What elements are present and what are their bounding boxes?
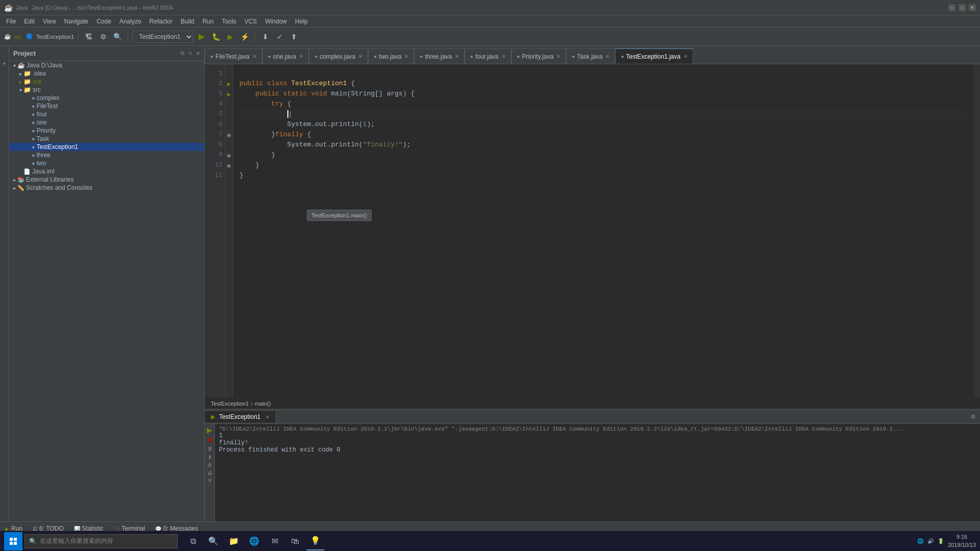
side-tab-favorites[interactable]: ★ (1, 48, 8, 79)
sidebar-collapse-icon[interactable]: ≡ (189, 51, 192, 56)
menu-window[interactable]: Window (261, 17, 291, 26)
maximize-button[interactable]: □ (959, 4, 966, 11)
tree-item-java-root[interactable]: ☕ Java D:\Java (9, 61, 204, 69)
close-button[interactable]: ✕ (969, 4, 976, 11)
tab-task-close[interactable]: ✕ (605, 54, 609, 59)
tab-testexception1[interactable]: ● TestException1.java ✕ (615, 48, 693, 64)
taskbar-icon-explorer[interactable]: ⧉ (184, 532, 202, 550)
profile-button[interactable]: ⚡ (238, 31, 251, 43)
tab-priority-close[interactable]: ✕ (556, 54, 560, 59)
run-panel-settings-icon[interactable]: ⚙ (970, 413, 976, 420)
sidebar-title: Project (13, 49, 36, 57)
search-button[interactable]: 🔍 (111, 31, 124, 43)
vcs-push-button[interactable]: ⬆ (288, 31, 300, 43)
menu-vcs[interactable]: VCS (240, 17, 261, 26)
start-button[interactable] (4, 532, 22, 550)
menu-help[interactable]: Help (291, 17, 312, 26)
tree-item-two[interactable]: ● two (9, 159, 204, 167)
menu-file[interactable]: File (2, 17, 20, 26)
menu-refactor[interactable]: Refactor (145, 17, 177, 26)
menu-build[interactable]: Build (177, 17, 199, 26)
tray-volume-icon[interactable]: 🔊 (927, 538, 934, 544)
tab-complex-close[interactable]: ✕ (358, 54, 362, 59)
tray-network-icon[interactable]: 🌐 (917, 538, 923, 544)
taskbar-search[interactable]: 🔍 在这里输入你要搜索的内容 (24, 534, 178, 548)
taskbar-icon-store[interactable]: 🛍 (286, 532, 304, 550)
tab-two[interactable]: ● two.java ✕ (368, 48, 414, 64)
debug-button[interactable]: 🐛 (210, 31, 222, 43)
run-filter-button[interactable]: ⚙ (207, 462, 212, 468)
run-resume-button[interactable]: ⏸ (207, 445, 213, 453)
breakpoint-indicator-line9[interactable]: ◉ (225, 150, 233, 160)
editor-content[interactable]: 1 2 3 4 5 6 7 8 9 10 11 ▶ ▶ ◉ (205, 64, 980, 398)
tab-three-close[interactable]: ✕ (455, 54, 459, 59)
menu-view[interactable]: View (39, 17, 60, 26)
run-indicator-line3[interactable]: ▶ (225, 89, 233, 99)
vcs-commit-button[interactable]: ✓ (274, 31, 286, 43)
tab-three[interactable]: ● three.java ✕ (414, 48, 464, 64)
run-button[interactable]: ▶ (195, 31, 208, 43)
tree-item-complex[interactable]: ● complex (9, 94, 204, 102)
menu-edit[interactable]: Edit (20, 17, 39, 26)
run-close-button[interactable]: ✕ (208, 478, 212, 483)
tree-item-testexception1[interactable]: ● TestException1 (9, 143, 204, 151)
tab-two-close[interactable]: ✕ (404, 54, 408, 59)
tray-battery-icon[interactable]: 🔋 (938, 538, 944, 544)
run-tab-close[interactable]: ✕ (265, 414, 270, 420)
breakpoint-indicator-line7[interactable]: ◉ (225, 130, 233, 140)
tree-item-scratches[interactable]: ✏️ Scratches and Consoles (9, 184, 204, 192)
tree-item-out[interactable]: 📁 out (9, 78, 204, 86)
run-tab-testexception1[interactable]: ▶ TestException1 ✕ (205, 411, 276, 422)
window-controls[interactable]: ─ □ ✕ (948, 4, 976, 11)
settings-button[interactable]: ⚙ (97, 31, 109, 43)
menu-code[interactable]: Code (92, 17, 115, 26)
run-print-button[interactable]: 🖨 (207, 470, 212, 475)
run-config-dropdown[interactable]: TestException1 (132, 31, 193, 43)
tree-item-src[interactable]: 📁 src (9, 86, 204, 94)
tab-filetest[interactable]: ● FileTest.java ✕ (205, 48, 262, 64)
tab-four[interactable]: ● four.java ✕ (464, 48, 511, 64)
run-output: "D:\IDEA2\IntelliJ IDEA Community Editio… (215, 424, 980, 521)
run-indicator-line2[interactable]: ▶ (225, 79, 233, 89)
sidebar-close-icon[interactable]: ✕ (196, 51, 200, 56)
menu-navigate[interactable]: Navigate (60, 17, 92, 26)
tree-item-javaiml[interactable]: 📄 Java.iml (9, 167, 204, 176)
tab-filetest-close[interactable]: ✕ (253, 54, 257, 59)
breakpoint-indicator-line10[interactable]: ◉ (225, 160, 233, 170)
vcs-update-button[interactable]: ⬇ (259, 31, 272, 43)
taskbar-icon-mail[interactable]: ✉ (265, 532, 284, 550)
menu-run[interactable]: Run (199, 17, 218, 26)
taskbar-icon-intellij[interactable]: 💡 (306, 532, 325, 550)
tab-priority[interactable]: ● Priority.java ✕ (511, 48, 567, 64)
tab-one[interactable]: ● one.java ✕ (262, 48, 309, 64)
tree-item-task[interactable]: ● Task (9, 135, 204, 143)
run-rerun-button[interactable]: ▶ (207, 426, 212, 434)
tab-one-close[interactable]: ✕ (299, 54, 303, 59)
taskbar-icon-search[interactable]: 🔍 (204, 532, 223, 550)
tree-item-idea[interactable]: 📁 .idea (9, 69, 204, 78)
run-stop-button[interactable]: ■ (208, 436, 211, 443)
project-structure-button[interactable]: 🏗 (83, 31, 95, 43)
tree-item-ext-libs[interactable]: 📚 External Libraries (9, 176, 204, 184)
taskbar-icon-file-manager[interactable]: 📁 (225, 532, 243, 550)
breadcrumb-method[interactable]: main() (255, 400, 271, 407)
tab-task[interactable]: ● Task.java ✕ (566, 48, 615, 64)
taskbar-icon-ie[interactable]: 🌐 (245, 532, 263, 550)
tab-complex[interactable]: ● complex.java ✕ (309, 48, 368, 64)
menu-analyze[interactable]: Analyze (115, 17, 145, 26)
breadcrumb-class[interactable]: TestException1 (211, 400, 249, 407)
tree-item-three[interactable]: ● three (9, 151, 204, 159)
sidebar-settings-icon[interactable]: ⚙ (180, 51, 185, 56)
minimize-button[interactable]: ─ (948, 4, 955, 11)
testexception1-label: TestException1 (37, 143, 78, 151)
run-scroll-end-button[interactable]: ⬇ (208, 455, 212, 460)
run-with-coverage-button[interactable]: ▶ (224, 31, 236, 43)
tree-item-filetest[interactable]: ● FileTest (9, 102, 204, 110)
tree-item-four[interactable]: ● four (9, 110, 204, 118)
tab-testexception1-close[interactable]: ✕ (683, 54, 688, 59)
tree-item-one[interactable]: ● one (9, 118, 204, 127)
tree-item-priority[interactable]: ● Priority (9, 127, 204, 135)
code-editor[interactable]: public class TestException1 { public sta… (233, 64, 974, 398)
tab-four-close[interactable]: ✕ (502, 54, 506, 59)
menu-tools[interactable]: Tools (218, 17, 240, 26)
